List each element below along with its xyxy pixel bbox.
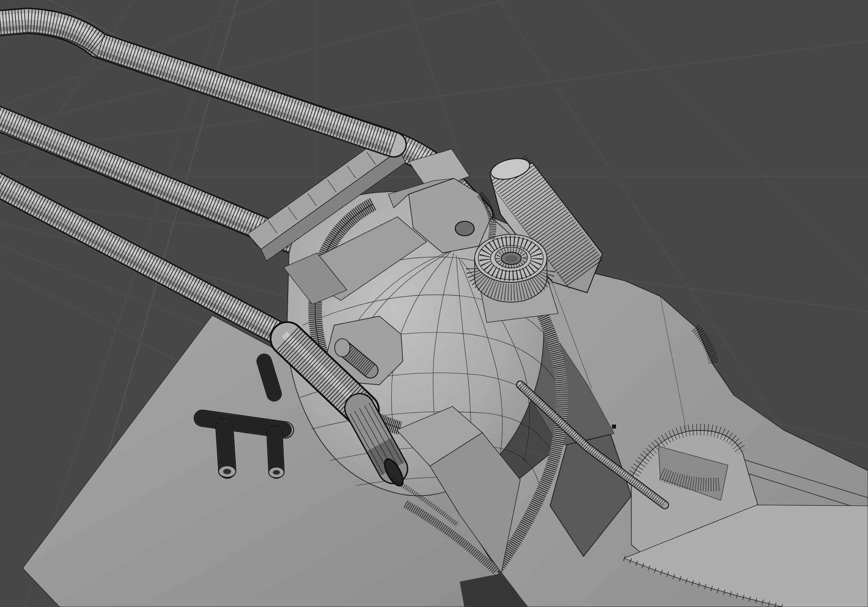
hinge-hole xyxy=(455,221,474,236)
fuel-cap[interactable] xyxy=(475,234,547,302)
viewport-3d[interactable] xyxy=(0,0,868,607)
object-origin-dot xyxy=(612,425,616,429)
